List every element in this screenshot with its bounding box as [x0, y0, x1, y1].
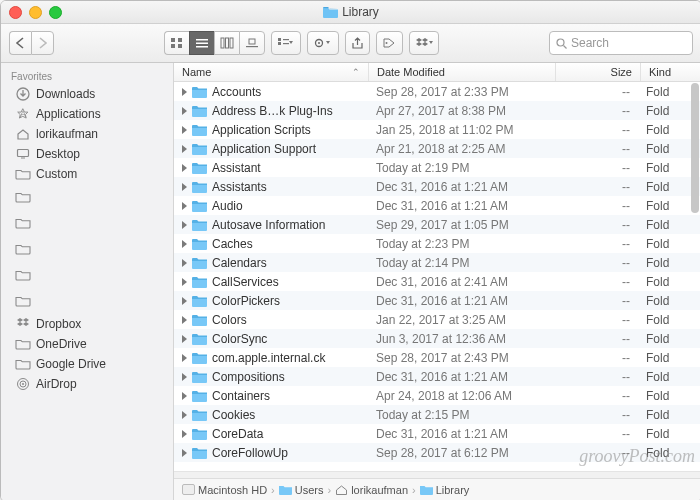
tags-button[interactable] — [376, 31, 403, 55]
svg-point-25 — [22, 383, 24, 385]
table-row[interactable]: AssistantToday at 2:19 PM--Fold — [174, 158, 700, 177]
minimize-window-button[interactable] — [29, 6, 42, 19]
disclosure-triangle-icon[interactable] — [182, 449, 187, 457]
file-size: -- — [554, 427, 638, 441]
table-row[interactable]: ColorSyncJun 3, 2017 at 12:36 AM--Fold — [174, 329, 700, 348]
svg-rect-6 — [196, 46, 208, 48]
disclosure-triangle-icon[interactable] — [182, 411, 187, 419]
file-size: -- — [554, 237, 638, 251]
table-row[interactable]: ColorsJan 22, 2017 at 3:25 AM--Fold — [174, 310, 700, 329]
sidebar-item-redacted[interactable] — [1, 236, 173, 262]
disclosure-triangle-icon[interactable] — [182, 88, 187, 96]
column-header-date[interactable]: Date Modified — [369, 63, 556, 81]
close-window-button[interactable] — [9, 6, 22, 19]
sidebar-item-downloads[interactable]: Downloads — [1, 84, 173, 104]
path-segment[interactable]: lorikaufman — [335, 484, 408, 497]
table-row[interactable]: AssistantsDec 31, 2016 at 1:21 AM--Fold — [174, 177, 700, 196]
search-field[interactable]: Search — [549, 31, 693, 55]
forward-button[interactable] — [31, 31, 54, 55]
disclosure-triangle-icon[interactable] — [182, 240, 187, 248]
disclosure-triangle-icon[interactable] — [182, 430, 187, 438]
arrange-button[interactable] — [271, 31, 301, 55]
table-row[interactable]: Application SupportApr 21, 2018 at 2:25 … — [174, 139, 700, 158]
sidebar-item-google-drive[interactable]: Google Drive — [1, 354, 173, 374]
sidebar-item-redacted[interactable] — [1, 262, 173, 288]
share-button[interactable] — [345, 31, 370, 55]
vertical-scrollbar[interactable] — [687, 81, 700, 473]
table-row[interactable]: CoreFollowUpSep 28, 2017 at 6:12 PM--Fol… — [174, 443, 700, 462]
dropbox-toolbar-button[interactable] — [409, 31, 439, 55]
sidebar-item-redacted[interactable] — [1, 184, 173, 210]
path-label: Macintosh HD — [198, 484, 267, 496]
table-row[interactable]: com.apple.internal.ckSep 28, 2017 at 2:4… — [174, 348, 700, 367]
table-row[interactable]: CookiesToday at 2:15 PM--Fold — [174, 405, 700, 424]
table-row[interactable]: AccountsSep 28, 2017 at 2:33 PM--Fold — [174, 82, 700, 101]
sidebar-item-redacted[interactable] — [1, 210, 173, 236]
file-rows[interactable]: AccountsSep 28, 2017 at 2:33 PM--FoldAdd… — [174, 82, 700, 471]
view-mode-buttons — [164, 31, 265, 55]
table-row[interactable]: CallServicesDec 31, 2016 at 2:41 AM--Fol… — [174, 272, 700, 291]
sidebar-item-lorikaufman[interactable]: lorikaufman — [1, 124, 173, 144]
disclosure-triangle-icon[interactable] — [182, 354, 187, 362]
file-size: -- — [554, 408, 638, 422]
column-headers: Name ⌃ Date Modified Size Kind — [174, 63, 700, 82]
disclosure-triangle-icon[interactable] — [182, 183, 187, 191]
scroll-thumb[interactable] — [691, 83, 699, 213]
disclosure-triangle-icon[interactable] — [182, 164, 187, 172]
sidebar-item-airdrop[interactable]: AirDrop — [1, 374, 173, 394]
sidebar-item-redacted[interactable] — [1, 288, 173, 314]
table-row[interactable]: Address B…k Plug-InsApr 27, 2017 at 8:38… — [174, 101, 700, 120]
table-row[interactable]: AudioDec 31, 2016 at 1:21 AM--Fold — [174, 196, 700, 215]
path-segment[interactable]: Library — [420, 484, 470, 497]
file-name: Containers — [212, 389, 270, 403]
table-row[interactable]: CachesToday at 2:23 PM--Fold — [174, 234, 700, 253]
folder-icon — [192, 200, 207, 212]
sidebar-item-applications[interactable]: AApplications — [1, 104, 173, 124]
file-date: Apr 27, 2017 at 8:38 PM — [368, 104, 554, 118]
folder-icon — [192, 181, 207, 193]
coverflow-view-button[interactable] — [239, 31, 265, 55]
disclosure-triangle-icon[interactable] — [182, 221, 187, 229]
horizontal-scrollbar[interactable] — [174, 471, 700, 478]
disclosure-triangle-icon[interactable] — [182, 202, 187, 210]
folder-icon — [420, 484, 433, 497]
zoom-window-button[interactable] — [49, 6, 62, 19]
table-row[interactable]: ContainersApr 24, 2018 at 12:06 AM--Fold — [174, 386, 700, 405]
list-view-button[interactable] — [189, 31, 214, 55]
column-header-name[interactable]: Name ⌃ — [174, 63, 369, 81]
path-segment[interactable]: Macintosh HD — [182, 484, 267, 497]
sidebar-item-onedrive[interactable]: OneDrive — [1, 334, 173, 354]
disclosure-triangle-icon[interactable] — [182, 145, 187, 153]
table-row[interactable]: CoreDataDec 31, 2016 at 1:21 AM--Fold — [174, 424, 700, 443]
disclosure-triangle-icon[interactable] — [182, 126, 187, 134]
disclosure-triangle-icon[interactable] — [182, 107, 187, 115]
table-row[interactable]: Autosave InformationSep 29, 2017 at 1:05… — [174, 215, 700, 234]
disclosure-triangle-icon[interactable] — [182, 316, 187, 324]
column-view-button[interactable] — [214, 31, 239, 55]
column-header-size[interactable]: Size — [556, 63, 641, 81]
column-header-kind[interactable]: Kind — [641, 63, 700, 81]
disclosure-triangle-icon[interactable] — [182, 297, 187, 305]
back-button[interactable] — [9, 31, 31, 55]
table-row[interactable]: ColorPickersDec 31, 2016 at 1:21 AM--Fol… — [174, 291, 700, 310]
disclosure-triangle-icon[interactable] — [182, 335, 187, 343]
file-name: Audio — [212, 199, 243, 213]
file-name: CallServices — [212, 275, 279, 289]
sidebar-item-label: Downloads — [36, 87, 95, 101]
icon-view-button[interactable] — [164, 31, 189, 55]
file-name: Application Support — [212, 142, 316, 156]
disclosure-triangle-icon[interactable] — [182, 373, 187, 381]
path-segment[interactable]: Users — [279, 484, 324, 497]
table-row[interactable]: CompositionsDec 31, 2016 at 1:21 AM--Fol… — [174, 367, 700, 386]
sidebar-item-desktop[interactable]: Desktop — [1, 144, 173, 164]
action-button[interactable] — [307, 31, 339, 55]
disclosure-triangle-icon[interactable] — [182, 259, 187, 267]
sidebar-item-custom[interactable]: Custom — [1, 164, 173, 184]
table-row[interactable]: Application ScriptsJan 25, 2018 at 11:02… — [174, 120, 700, 139]
disclosure-triangle-icon[interactable] — [182, 392, 187, 400]
disclosure-triangle-icon[interactable] — [182, 278, 187, 286]
svg-rect-2 — [171, 44, 175, 48]
table-row[interactable]: CalendarsToday at 2:14 PM--Fold — [174, 253, 700, 272]
search-icon — [556, 38, 567, 49]
sidebar-item-dropbox[interactable]: Dropbox — [1, 314, 173, 334]
